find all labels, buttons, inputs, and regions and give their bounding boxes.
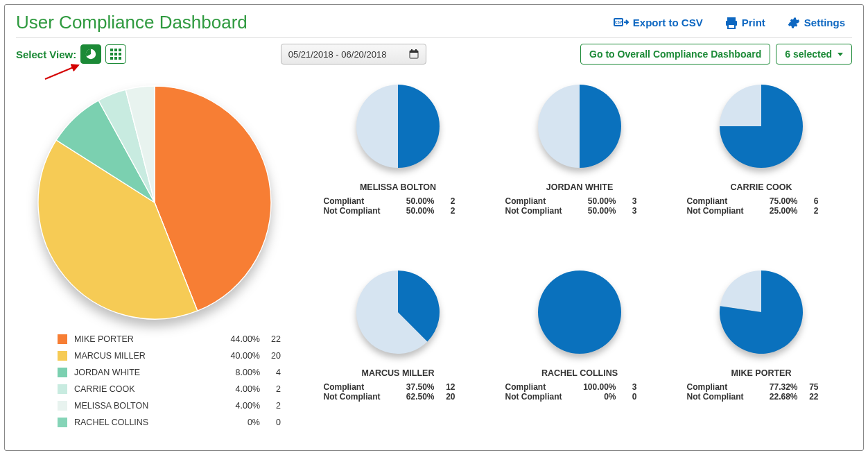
legend-swatch — [58, 351, 67, 361]
metric-noncompliant-pct: 50.00% — [390, 206, 435, 216]
view-pie-button[interactable] — [80, 44, 101, 64]
overview-pie-chart — [33, 81, 276, 324]
metric-noncompliant-label: Not Compliant — [687, 392, 753, 402]
metric-compliant-pct: 50.00% — [571, 196, 616, 206]
legend-pct: 40.00% — [218, 351, 260, 361]
legend-name: CARRIE COOK — [74, 384, 218, 394]
legend-count: 0 — [260, 418, 281, 427]
user-pie-chart — [716, 267, 806, 357]
user-pie-chart — [535, 267, 625, 357]
export-csv-button[interactable]: CSV Export to CSV — [614, 17, 703, 29]
legend-row[interactable]: RACHEL COLLINS0%0 — [58, 414, 281, 431]
user-card: MELISSA BOLTONCompliant50.00%2Not Compli… — [307, 81, 489, 249]
svg-text:CSV: CSV — [615, 20, 623, 24]
legend-row[interactable]: JORDAN WHITE8.00%4 — [58, 364, 281, 381]
metric-noncompliant-count: 2 — [435, 206, 455, 216]
legend-name: MELISSA BOLTON — [74, 401, 218, 411]
legend-row[interactable]: MIKE PORTER44.00%22 — [58, 331, 281, 347]
svg-rect-13 — [114, 57, 117, 60]
metric-compliant-pct: 75.00% — [753, 196, 798, 206]
user-name: CARRIE COOK — [670, 182, 852, 192]
metric-compliant-count: 12 — [435, 382, 455, 392]
legend-name: JORDAN WHITE — [74, 368, 218, 377]
metric-noncompliant-count: 2 — [798, 206, 819, 216]
legend-row[interactable]: CARRIE COOK4.00%2 — [58, 381, 281, 397]
overview-legend[interactable]: MIKE PORTER44.00%22MARCUS MILLER40.00%20… — [16, 331, 293, 435]
print-icon — [725, 17, 738, 29]
metric-compliant-pct: 100.00% — [571, 382, 616, 392]
metric-compliant-pct: 77.32% — [753, 382, 798, 392]
user-card: RACHEL COLLINSCompliant100.00%3Not Compl… — [489, 267, 670, 435]
legend-pct: 44.00% — [218, 334, 260, 344]
print-label: Print — [742, 17, 765, 28]
metric-noncompliant-pct: 25.00% — [753, 206, 798, 216]
select-view-group: Select View: — [16, 44, 126, 64]
svg-rect-4 — [728, 24, 735, 28]
legend-swatch — [58, 384, 67, 394]
selected-count-label: 6 selected — [785, 49, 832, 60]
legend-row[interactable]: MELISSA BOLTON4.00%2 — [58, 397, 281, 414]
legend-row[interactable]: MARCUS MILLER40.00%20 — [58, 347, 281, 364]
legend-count: 22 — [260, 334, 281, 344]
date-range-button[interactable]: 05/21/2018 - 06/20/2018 — [281, 44, 426, 65]
page-title: User Compliance Dashboard — [16, 12, 248, 33]
metric-compliant-count: 75 — [798, 382, 819, 392]
metric-compliant-label: Compliant — [505, 196, 571, 206]
metric-noncompliant-label: Not Compliant — [687, 206, 753, 216]
settings-button[interactable]: Settings — [788, 17, 845, 29]
svg-rect-9 — [110, 53, 113, 55]
legend-name: MIKE PORTER — [74, 334, 218, 344]
overview-panel: MIKE PORTER44.00%22MARCUS MILLER40.00%20… — [16, 81, 293, 435]
legend-count: 4 — [260, 368, 281, 377]
view-grid-button[interactable] — [105, 44, 126, 64]
metric-noncompliant-count: 0 — [616, 392, 637, 402]
metric-compliant-count: 6 — [798, 196, 819, 206]
svg-rect-8 — [119, 49, 121, 51]
svg-rect-7 — [114, 49, 117, 51]
legend-pct: 8.00% — [218, 368, 260, 377]
header-actions: CSV Export to CSV Print Settings — [614, 17, 852, 29]
legend-name: RACHEL COLLINS — [74, 418, 218, 427]
print-button[interactable]: Print — [725, 17, 765, 29]
user-pie-chart — [716, 81, 806, 171]
user-name: MIKE PORTER — [670, 368, 852, 378]
svg-rect-11 — [119, 53, 121, 55]
user-name: RACHEL COLLINS — [489, 368, 670, 378]
metric-compliant-label: Compliant — [687, 382, 753, 392]
overall-dashboard-button[interactable]: Go to Overall Compliance Dashboard — [580, 44, 770, 65]
selected-dropdown[interactable]: 6 selected — [776, 44, 852, 65]
metric-compliant-label: Compliant — [324, 382, 390, 392]
user-name: MARCUS MILLER — [307, 368, 489, 378]
metric-noncompliant-count: 3 — [616, 206, 637, 216]
legend-swatch — [58, 401, 67, 411]
svg-rect-12 — [110, 57, 113, 60]
svg-point-19 — [538, 271, 621, 354]
legend-swatch — [58, 334, 67, 344]
metric-noncompliant-label: Not Compliant — [505, 206, 571, 216]
metric-noncompliant-pct: 50.00% — [571, 206, 616, 216]
users-grid: MELISSA BOLTONCompliant50.00%2Not Compli… — [307, 81, 852, 435]
metric-noncompliant-pct: 0% — [571, 392, 616, 402]
metric-compliant-label: Compliant — [505, 382, 571, 392]
legend-count: 20 — [260, 351, 281, 361]
gear-icon — [788, 17, 800, 29]
svg-rect-10 — [114, 53, 117, 55]
pie-icon — [85, 48, 97, 60]
user-pie-chart — [353, 81, 443, 171]
metric-noncompliant-label: Not Compliant — [505, 392, 571, 402]
metric-compliant-pct: 37.50% — [390, 382, 435, 392]
legend-swatch — [58, 368, 67, 377]
user-card: CARRIE COOKCompliant75.00%6Not Compliant… — [670, 81, 852, 249]
legend-count: 2 — [260, 401, 281, 411]
metric-compliant-label: Compliant — [687, 196, 753, 206]
user-pie-chart — [353, 267, 443, 357]
svg-rect-2 — [727, 17, 736, 21]
annotation-arrow-icon — [44, 64, 85, 80]
date-range-text: 05/21/2018 - 06/20/2018 — [288, 49, 387, 60]
calendar-icon — [409, 49, 419, 59]
overall-dashboard-label: Go to Overall Compliance Dashboard — [589, 49, 761, 60]
svg-rect-17 — [411, 49, 413, 51]
svg-rect-6 — [110, 49, 113, 51]
metric-noncompliant-count: 20 — [435, 392, 455, 402]
user-card: MARCUS MILLERCompliant37.50%12Not Compli… — [307, 267, 489, 435]
